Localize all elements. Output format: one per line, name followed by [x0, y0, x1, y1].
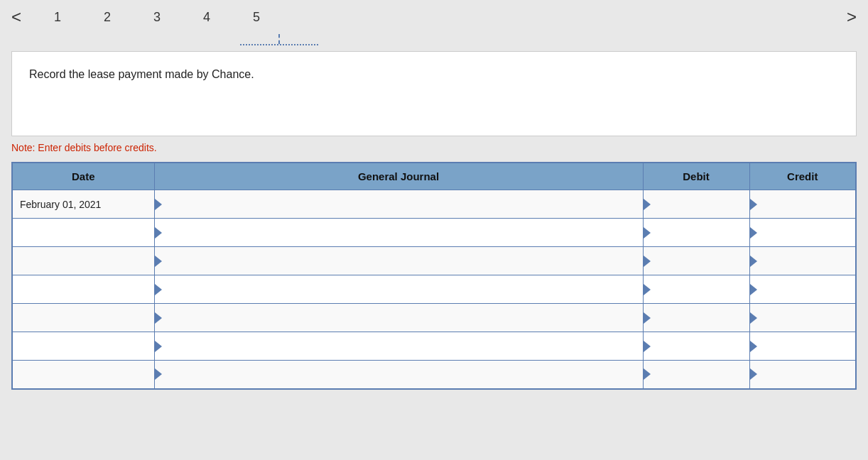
table-row	[12, 332, 856, 361]
journal-table: Date General Journal Debit Credit Februa…	[11, 162, 857, 390]
journal-input-1[interactable]	[155, 190, 643, 218]
active-tab-indicator	[240, 34, 318, 45]
triangle-icon-6	[155, 341, 162, 352]
debit-input-2[interactable]	[644, 219, 749, 246]
tab-3[interactable]: 3	[153, 10, 161, 25]
triangle-icon-4	[155, 284, 162, 295]
triangle-icon-debit-2	[644, 227, 651, 239]
triangle-icon-2	[155, 227, 162, 239]
credit-input-1[interactable]	[750, 190, 856, 218]
triangle-icon-credit-2	[750, 227, 757, 239]
tab-list: 1 2 3 4 5	[33, 10, 260, 25]
journal-cell-7[interactable]	[154, 361, 643, 389]
debit-cell-2[interactable]	[643, 219, 749, 247]
journal-cell-3[interactable]	[154, 247, 643, 275]
tab-4[interactable]: 4	[203, 10, 210, 25]
date-cell-3	[12, 247, 154, 275]
note-text: Note: Enter debits before credits.	[11, 136, 857, 162]
credit-cell-7[interactable]	[749, 361, 856, 389]
triangle-icon-credit-6	[750, 341, 757, 352]
debit-cell-3[interactable]	[643, 247, 749, 275]
triangle-icon-credit-3	[750, 256, 757, 267]
journal-cell-5[interactable]	[154, 304, 643, 332]
question-box: Record the lease payment made by Chance.	[11, 51, 857, 136]
page-container: < 1 2 3 4 5 > Record the lease payment m…	[0, 0, 868, 460]
triangle-icon-credit-5	[750, 312, 757, 324]
table-row	[12, 275, 856, 304]
triangle-icon-3	[155, 256, 162, 267]
journal-input-4[interactable]	[155, 275, 643, 303]
col-header-date: Date	[12, 163, 154, 190]
triangle-icon-debit-4	[644, 284, 651, 295]
question-text: Record the lease payment made by Chance.	[29, 68, 254, 80]
credit-cell-2[interactable]	[749, 219, 856, 247]
tab-1[interactable]: 1	[54, 10, 61, 25]
debit-cell-1[interactable]	[643, 190, 749, 219]
table-header-row: Date General Journal Debit Credit	[12, 163, 856, 190]
date-cell-6	[12, 332, 154, 361]
triangle-icon-1	[155, 199, 162, 210]
journal-cell-4[interactable]	[154, 275, 643, 304]
debit-input-1[interactable]	[644, 190, 749, 218]
triangle-icon-debit-5	[644, 312, 651, 324]
journal-input-7[interactable]	[155, 361, 643, 388]
journal-input-2[interactable]	[155, 219, 643, 246]
dotted-line-horizontal	[240, 44, 318, 45]
debit-input-7[interactable]	[644, 361, 749, 388]
date-cell-5	[12, 304, 154, 332]
debit-cell-7[interactable]	[643, 361, 749, 389]
col-header-debit: Debit	[643, 163, 749, 190]
journal-cell-1[interactable]	[154, 190, 643, 219]
credit-cell-1[interactable]	[749, 190, 856, 219]
journal-cell-6[interactable]	[154, 332, 643, 361]
triangle-icon-debit-7	[644, 368, 651, 380]
credit-input-7[interactable]	[750, 361, 856, 388]
table-row	[12, 219, 856, 247]
credit-input-6[interactable]	[750, 332, 856, 360]
tab-2[interactable]: 2	[104, 10, 111, 25]
triangle-icon-5	[155, 312, 162, 324]
date-cell-1: February 01, 2021	[12, 190, 154, 219]
credit-cell-3[interactable]	[749, 247, 856, 275]
triangle-icon-7	[155, 368, 162, 380]
content-area: Record the lease payment made by Chance.…	[11, 51, 857, 390]
triangle-icon-debit-1	[644, 199, 651, 210]
journal-input-5[interactable]	[155, 304, 643, 332]
navigation-bar: < 1 2 3 4 5 >	[0, 0, 868, 34]
credit-input-2[interactable]	[750, 219, 856, 246]
triangle-icon-credit-4	[750, 284, 757, 295]
triangle-icon-debit-6	[644, 341, 651, 352]
col-header-credit: Credit	[749, 163, 856, 190]
date-cell-7	[12, 361, 154, 389]
debit-input-3[interactable]	[644, 247, 749, 275]
tab-indicator-area	[11, 34, 857, 51]
debit-cell-6[interactable]	[643, 332, 749, 361]
prev-arrow[interactable]: <	[0, 7, 33, 27]
journal-input-3[interactable]	[155, 247, 643, 275]
credit-cell-4[interactable]	[749, 275, 856, 304]
date-cell-4	[12, 275, 154, 304]
triangle-icon-credit-7	[750, 368, 757, 380]
table-row: February 01, 2021	[12, 190, 856, 219]
debit-input-6[interactable]	[644, 332, 749, 360]
next-arrow[interactable]: >	[835, 7, 868, 27]
debit-cell-4[interactable]	[643, 275, 749, 304]
debit-input-5[interactable]	[644, 304, 749, 332]
table-row	[12, 247, 856, 275]
credit-cell-5[interactable]	[749, 304, 856, 332]
credit-input-3[interactable]	[750, 247, 856, 275]
credit-input-5[interactable]	[750, 304, 856, 332]
date-cell-2	[12, 219, 154, 247]
journal-cell-2[interactable]	[154, 219, 643, 247]
credit-input-4[interactable]	[750, 275, 856, 303]
table-row	[12, 304, 856, 332]
triangle-icon-debit-3	[644, 256, 651, 267]
col-header-journal: General Journal	[154, 163, 643, 190]
table-row	[12, 361, 856, 389]
tab-5[interactable]: 5	[253, 10, 260, 25]
journal-input-6[interactable]	[155, 332, 643, 360]
debit-cell-5[interactable]	[643, 304, 749, 332]
debit-input-4[interactable]	[644, 275, 749, 303]
date-value-1: February 01, 2021	[20, 199, 101, 210]
credit-cell-6[interactable]	[749, 332, 856, 361]
